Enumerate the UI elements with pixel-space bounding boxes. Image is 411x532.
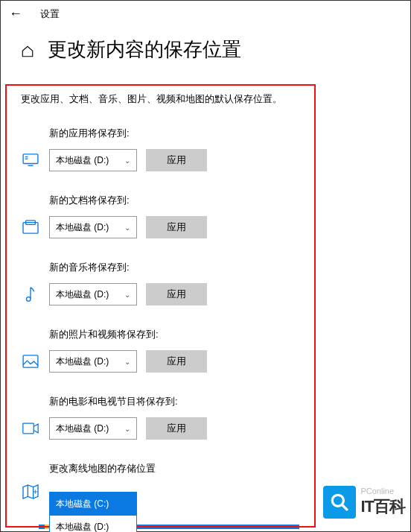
chevron-down-icon: ⌄ [124,156,130,165]
page-description: 更改应用、文档、音乐、图片、视频和地图的默认保存位置。 [21,92,390,106]
watermark-icon [323,486,356,519]
watermark: PConline IT百科 [323,486,405,519]
documents-drive-select[interactable]: 本地磁盘 (D:) ⌄ [49,216,137,238]
documents-label: 新的文档将保存到: [49,194,390,207]
documents-apply-button[interactable]: 应用 [146,216,207,238]
settings-breadcrumb[interactable]: 设置 [40,7,60,21]
apps-drive-select[interactable]: 本地磁盘 (D:) ⌄ [49,149,137,171]
documents-icon [21,220,40,235]
photos-drive-value: 本地磁盘 (D:) [56,355,109,368]
documents-drive-value: 本地磁盘 (D:) [56,221,109,234]
photos-drive-select[interactable]: 本地磁盘 (D:) ⌄ [49,350,137,373]
music-icon [21,286,40,303]
svg-point-6 [27,297,31,302]
back-icon[interactable]: ← [9,6,22,22]
movies-drive-value: 本地磁盘 (D:) [56,422,109,435]
svg-point-11 [333,495,344,506]
apps-drive-value: 本地磁盘 (D:) [56,154,109,167]
dropdown-option-d[interactable]: 本地磁盘 (D:) [50,516,136,532]
apps-apply-button[interactable]: 应用 [146,149,207,171]
movies-drive-select[interactable]: 本地磁盘 (D:) ⌄ [49,417,137,440]
music-drive-value: 本地磁盘 (D:) [56,288,109,301]
movies-label: 新的电影和电视节目将保存到: [49,395,390,408]
movies-apply-button[interactable]: 应用 [146,417,207,440]
photos-icon [21,355,40,368]
maps-drive-dropdown[interactable]: 本地磁盘 (C:) 本地磁盘 (D:) [49,492,137,532]
music-apply-button[interactable]: 应用 [146,283,207,305]
movies-icon [21,422,40,434]
music-label: 新的音乐将保存到: [49,261,390,274]
apps-label: 新的应用将保存到: [49,127,390,140]
watermark-title: IT百科 [360,495,405,518]
apps-icon [21,153,40,167]
svg-rect-7 [23,355,38,367]
photos-apply-button[interactable]: 应用 [146,350,207,373]
chevron-down-icon: ⌄ [124,291,130,299]
page-title: 更改新内容的保存位置 [48,37,241,63]
music-drive-select[interactable]: 本地磁盘 (D:) ⌄ [49,283,137,305]
chevron-down-icon: ⌄ [124,224,130,232]
watermark-brand: PConline [360,487,405,495]
chevron-down-icon: ⌄ [124,425,130,433]
svg-line-12 [342,504,348,510]
dropdown-option-c[interactable]: 本地磁盘 (C:) [50,493,136,516]
chevron-down-icon: ⌄ [124,358,130,366]
home-icon[interactable] [21,45,34,58]
maps-icon [21,484,40,499]
photos-label: 新的照片和视频将保存到: [49,328,390,341]
svg-rect-8 [23,423,34,434]
maps-label: 更改离线地图的存储位置 [49,462,390,475]
